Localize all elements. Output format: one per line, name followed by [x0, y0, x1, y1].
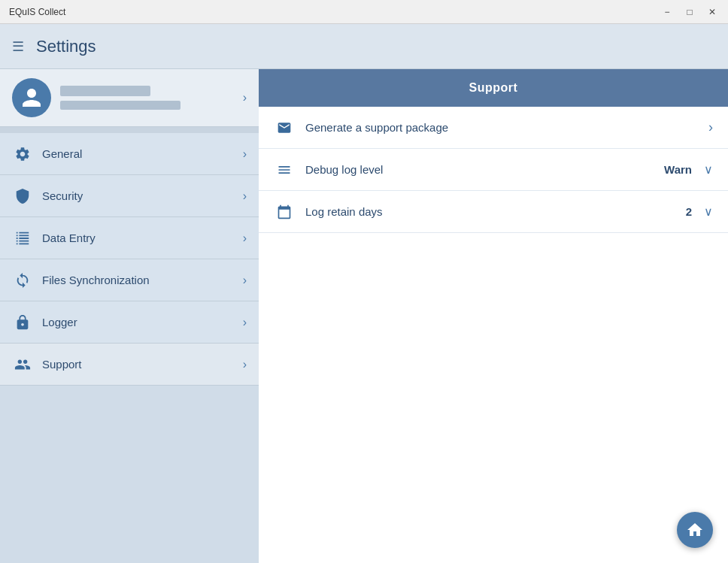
generate-support-chevron: › — [708, 120, 713, 135]
calendar-icon — [274, 201, 295, 222]
sync-icon — [12, 270, 33, 291]
app-name: EQuIS Collect — [9, 7, 65, 17]
debug-log-level-row[interactable]: Debug log level Warn ∨ — [259, 149, 728, 191]
support-chevron: › — [243, 358, 247, 371]
user-profile[interactable]: › — [0, 69, 259, 127]
debug-log-label: Debug log level — [305, 163, 664, 176]
lock-icon — [12, 312, 33, 333]
log-retain-label: Log retain days — [305, 205, 686, 218]
log-retain-days-row[interactable]: Log retain days 2 ∨ — [259, 191, 728, 233]
generate-support-label: Generate a support package — [305, 121, 708, 134]
home-fab-button[interactable] — [677, 512, 713, 548]
title-bar: EQuIS Collect − □ ✕ — [0, 0, 728, 24]
security-chevron: › — [243, 189, 247, 203]
sidebar-item-support[interactable]: Support › — [0, 344, 259, 386]
content-title: Support — [469, 81, 518, 95]
home-icon — [686, 521, 704, 539]
list-icon — [12, 228, 33, 249]
user-email — [60, 101, 180, 110]
maximize-button[interactable]: □ — [680, 5, 699, 20]
content-body: Generate a support package › Debug log l… — [259, 107, 728, 563]
sidebar-spacer — [0, 386, 259, 563]
hamburger-icon[interactable]: ☰ — [12, 40, 24, 53]
people-icon — [12, 354, 33, 375]
general-chevron: › — [243, 147, 247, 161]
sidebar-item-security[interactable]: Security › — [0, 175, 259, 217]
sidebar-item-files-sync[interactable]: Files Synchronization › — [0, 259, 259, 301]
sidebar-item-label-data-entry: Data Entry — [42, 232, 243, 244]
sidebar-item-data-entry[interactable]: Data Entry › — [0, 217, 259, 259]
sidebar-item-label-logger: Logger — [42, 316, 243, 328]
profile-chevron: › — [243, 91, 247, 104]
sidebar-item-label-security: Security — [42, 189, 243, 202]
sidebar-item-label-general: General — [42, 147, 243, 160]
sidebar-item-label-support: Support — [42, 358, 243, 371]
shield-icon — [12, 186, 33, 207]
log-retain-chevron: ∨ — [704, 204, 713, 219]
sidebar-item-label-files-sync: Files Synchronization — [42, 274, 243, 286]
user-info — [60, 86, 234, 110]
list-bars-icon — [274, 159, 295, 180]
files-sync-chevron: › — [243, 274, 247, 287]
app-header: ☰ Settings — [0, 24, 728, 69]
log-retain-value: 2 — [686, 205, 692, 218]
main-area: › General › Security › — [0, 69, 728, 563]
close-button[interactable]: ✕ — [702, 5, 722, 20]
sidebar-item-general[interactable]: General › — [0, 133, 259, 175]
debug-log-chevron: ∨ — [704, 162, 713, 177]
logger-chevron: › — [243, 316, 247, 329]
user-name — [60, 86, 150, 96]
gear-icon — [12, 144, 33, 165]
app-title: Settings — [36, 37, 96, 56]
minimize-button[interactable]: − — [657, 5, 677, 20]
sidebar-item-logger[interactable]: Logger › — [0, 301, 259, 344]
avatar — [12, 78, 51, 117]
content-area: Support Generate a support package › — [259, 69, 728, 563]
debug-log-value: Warn — [664, 163, 692, 176]
envelope-icon — [274, 117, 295, 138]
user-avatar-icon — [20, 86, 43, 109]
content-header: Support — [259, 69, 728, 107]
window-controls: − □ ✕ — [657, 5, 722, 20]
sidebar: › General › Security › — [0, 69, 259, 563]
generate-support-row[interactable]: Generate a support package › — [259, 107, 728, 149]
sidebar-divider — [0, 127, 259, 133]
data-entry-chevron: › — [243, 232, 247, 245]
